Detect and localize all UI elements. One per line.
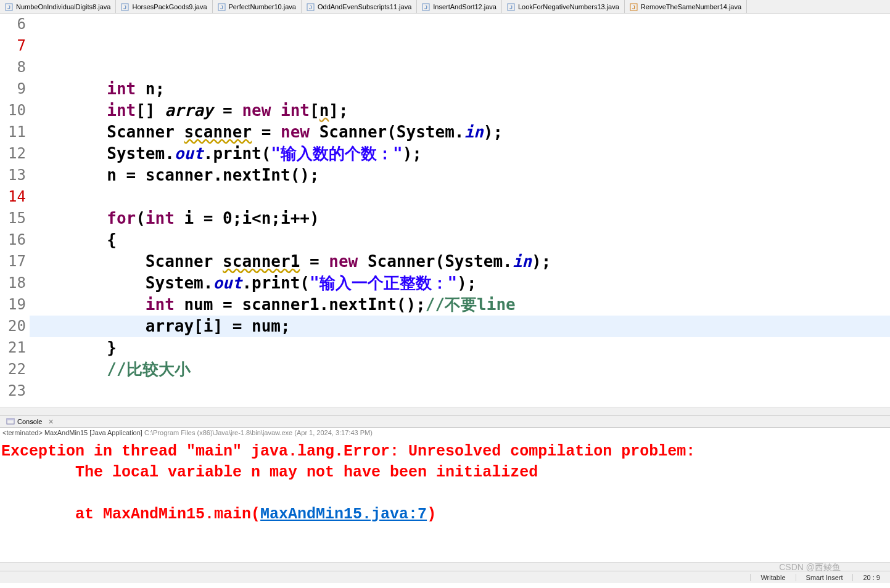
java-file-icon: J — [121, 2, 130, 11]
console-scrollbar[interactable] — [0, 562, 890, 571]
java-file-icon: J — [218, 2, 226, 11]
tab-label: HorsesPackGoods9.java — [132, 3, 207, 10]
tab-label: RemoveTheSameNumber14.java — [641, 3, 741, 10]
svg-rect-15 — [7, 419, 14, 420]
console-tab-label: Console — [17, 418, 42, 425]
file-tab[interactable]: JRemoveTheSameNumber14.java — [625, 0, 747, 13]
console-tab-bar: Console ✕ — [0, 415, 890, 428]
code-area[interactable]: int n; int[] array = new int[n]; Scanner… — [30, 14, 890, 407]
java-file-icon: J — [630, 2, 638, 11]
file-tab[interactable]: JNumbeOnIndividualDigits8.java — [0, 0, 116, 13]
stacktrace-link[interactable]: MaxAndMin15.java:7 — [260, 505, 427, 523]
java-file-icon: J — [307, 2, 315, 11]
svg-text:J: J — [220, 4, 223, 10]
tab-label: LookForNegativeNumbers13.java — [518, 3, 619, 10]
svg-text:J: J — [424, 4, 427, 10]
code-editor[interactable]: 67891011121314151617181920212223 int n; … — [0, 14, 890, 407]
console-header: <terminated> MaxAndMin15 [Java Applicati… — [0, 428, 890, 439]
file-tab[interactable]: JOddAndEvenSubscripts11.java — [302, 0, 417, 13]
svg-text:J: J — [309, 4, 312, 10]
file-tab[interactable]: JLookForNegativeNumbers13.java — [502, 0, 625, 13]
horizontal-scrollbar[interactable] — [0, 407, 890, 415]
file-tab[interactable]: JPerfectNumber10.java — [213, 0, 302, 13]
file-tab[interactable]: JInsertAndSort12.java — [417, 0, 502, 13]
java-file-icon: J — [5, 2, 14, 11]
tab-label: OddAndEvenSubscripts11.java — [318, 3, 411, 10]
file-tab[interactable]: JHorsesPackGoods9.java — [116, 0, 212, 13]
java-file-icon: J — [422, 2, 431, 11]
console-icon — [6, 417, 15, 427]
source-code: int n; int[] array = new int[n]; Scanner… — [30, 78, 890, 407]
status-writable: Writable — [750, 574, 795, 581]
status-bar: Writable Smart Insert 20 : 9 — [0, 571, 890, 583]
tab-label: InsertAndSort12.java — [433, 3, 497, 10]
editor-tabs: JNumbeOnIndividualDigits8.java JHorsesPa… — [0, 0, 890, 14]
close-icon[interactable]: ✕ — [48, 418, 54, 426]
svg-text:J: J — [7, 4, 10, 10]
svg-text:J: J — [632, 4, 635, 10]
status-insert: Smart Insert — [796, 574, 853, 581]
svg-text:J: J — [509, 4, 513, 10]
tab-label: NumbeOnIndividualDigits8.java — [16, 3, 110, 10]
cursor-position: 20 : 9 — [852, 574, 890, 581]
console-tab[interactable]: Console ✕ — [1, 415, 59, 428]
svg-text:J: J — [123, 4, 126, 10]
line-numbers: 67891011121314151617181920212223 — [0, 14, 30, 407]
java-file-icon: J — [507, 2, 516, 11]
console-output[interactable]: Exception in thread "main" java.lang.Err… — [0, 439, 890, 562]
tab-label: PerfectNumber10.java — [229, 3, 296, 10]
